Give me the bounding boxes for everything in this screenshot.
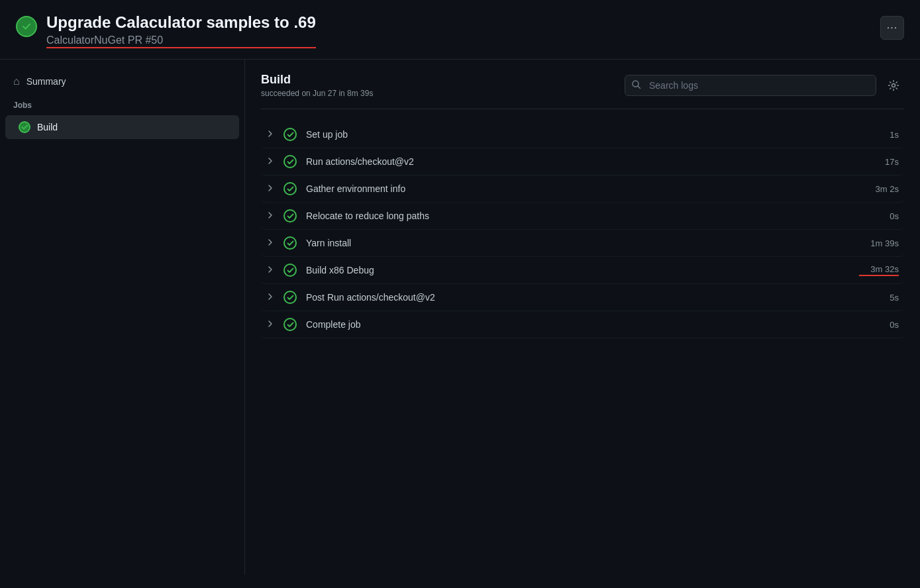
main-layout: ⌂ Summary Jobs Build Build succeeded on … — [0, 60, 920, 575]
step-name: Build x86 Debug — [306, 265, 859, 275]
step-duration: 17s — [859, 157, 899, 167]
step-status-icon — [283, 128, 297, 141]
step-duration: 5s — [859, 293, 899, 303]
build-title-block: Build succeeded on Jun 27 in 8m 39s — [261, 73, 373, 98]
step-row[interactable]: Post Run actions/checkout@v2 5s — [261, 284, 904, 311]
step-row[interactable]: Gather environment info 3m 2s — [261, 175, 904, 203]
header-status-icon — [16, 16, 37, 37]
chevron-right-icon — [266, 320, 277, 330]
jobs-section-label: Jobs — [0, 93, 244, 114]
chevron-right-icon — [266, 211, 277, 221]
build-header-right — [625, 75, 904, 96]
step-row[interactable]: Complete job 0s — [261, 311, 904, 338]
page-header: Upgrade Calaculator samples to .69 Calcu… — [0, 0, 920, 60]
step-status-icon — [283, 182, 297, 195]
step-row[interactable]: Run actions/checkout@v2 17s — [261, 148, 904, 175]
content-area: Build succeeded on Jun 27 in 8m 39s — [245, 60, 920, 575]
home-icon: ⌂ — [13, 75, 20, 87]
step-duration: 3m 32s — [859, 264, 899, 276]
step-status-icon — [283, 318, 297, 331]
steps-list: Set up job 1s Run actions/checkout@v2 17… — [261, 121, 904, 338]
step-status-icon — [283, 155, 297, 168]
sidebar-summary-label: Summary — [26, 76, 66, 87]
step-row[interactable]: Yarn install 1m 39s — [261, 230, 904, 257]
step-name: Run actions/checkout@v2 — [306, 156, 859, 167]
step-row[interactable]: Relocate to reduce long paths 0s — [261, 203, 904, 230]
step-name: Relocate to reduce long paths — [306, 211, 859, 221]
step-status-icon — [283, 264, 297, 277]
page-title: Upgrade Calaculator samples to .69 — [46, 13, 316, 32]
step-status-icon — [283, 291, 297, 304]
more-options-button[interactable]: ··· — [880, 16, 904, 40]
build-subtitle: succeeded on Jun 27 in 8m 39s — [261, 89, 373, 98]
svg-point-1 — [892, 84, 895, 87]
page-subtitle: CalculatorNuGet PR #50 — [46, 34, 316, 48]
build-status-icon — [19, 121, 30, 133]
step-duration: 1s — [859, 130, 899, 140]
chevron-right-icon — [266, 238, 277, 248]
step-duration: 3m 2s — [859, 184, 899, 194]
gear-icon — [888, 79, 899, 91]
step-duration: 0s — [859, 211, 899, 221]
chevron-right-icon — [266, 130, 277, 140]
chevron-right-icon — [266, 157, 277, 167]
step-name: Gather environment info — [306, 183, 859, 194]
search-logs-input[interactable] — [625, 75, 876, 96]
step-row[interactable]: Set up job 1s — [261, 121, 904, 148]
sidebar: ⌂ Summary Jobs Build — [0, 60, 245, 575]
step-name: Complete job — [306, 319, 859, 330]
chevron-right-icon — [266, 293, 277, 303]
chevron-right-icon — [266, 184, 277, 194]
sidebar-item-summary[interactable]: ⌂ Summary — [0, 70, 244, 93]
step-row[interactable]: Build x86 Debug 3m 32s — [261, 257, 904, 284]
step-status-icon — [283, 209, 297, 222]
build-job-label: Build — [37, 122, 58, 132]
step-duration: 0s — [859, 320, 899, 330]
step-status-icon — [283, 236, 297, 250]
header-left: Upgrade Calaculator samples to .69 Calcu… — [16, 13, 316, 48]
step-name: Yarn install — [306, 238, 859, 248]
search-logs-wrapper — [625, 75, 876, 96]
settings-button[interactable] — [883, 75, 904, 96]
header-title-block: Upgrade Calaculator samples to .69 Calcu… — [46, 13, 316, 48]
step-duration: 1m 39s — [859, 238, 899, 248]
step-name: Post Run actions/checkout@v2 — [306, 292, 859, 303]
build-title: Build — [261, 73, 373, 87]
step-name: Set up job — [306, 129, 859, 140]
sidebar-item-build[interactable]: Build — [5, 115, 239, 139]
build-header: Build succeeded on Jun 27 in 8m 39s — [261, 73, 904, 109]
chevron-right-icon — [266, 266, 277, 275]
